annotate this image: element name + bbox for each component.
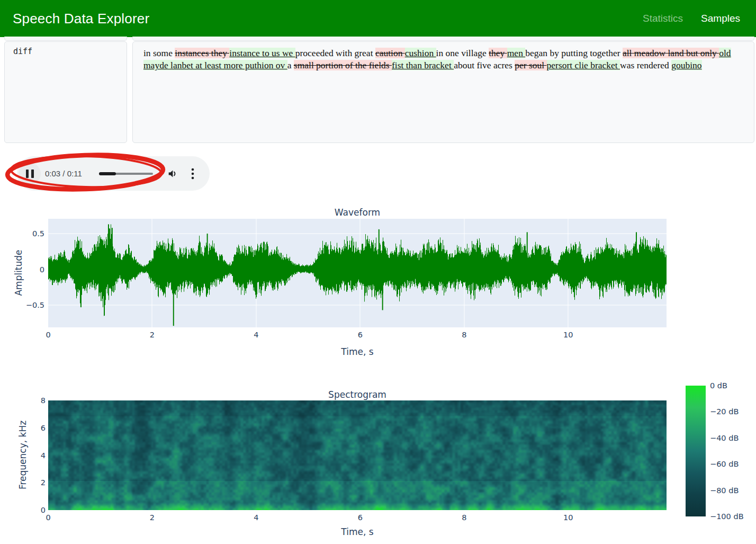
spectrogram-x-axis-label: Time, s xyxy=(341,527,373,537)
axis-tick-label: 4 xyxy=(41,451,46,460)
app-header: Speech Data Explorer StatisticsSamples xyxy=(0,0,756,37)
axis-tick-label: 0 xyxy=(41,506,46,514)
diff-segment-delete: per soul xyxy=(515,60,546,70)
kebab-menu-icon xyxy=(191,167,194,180)
axis-tick-label: −40 dB xyxy=(710,434,739,442)
diff-segment-equal: was rendered xyxy=(620,60,671,70)
app-title: Speech Data Explorer xyxy=(13,11,149,27)
axis-tick-label: 0 xyxy=(46,513,50,522)
diff-segment-insert: cushion xyxy=(405,48,436,58)
seek-slider[interactable] xyxy=(99,173,153,175)
diff-segment-equal: began by putting together xyxy=(525,48,623,58)
diff-segment-delete: small portion of the fields xyxy=(294,60,392,70)
axis-tick-label: 6 xyxy=(358,513,363,522)
partial-card-right xyxy=(132,37,754,41)
axis-tick-label: −60 dB xyxy=(710,460,739,468)
partial-card-left xyxy=(4,37,127,41)
diff-segment-insert: goubino xyxy=(671,60,701,70)
axis-tick-label: 2 xyxy=(150,331,155,339)
diff-text-card: in some instances they instance to us we… xyxy=(132,41,754,143)
waveform-plot-area xyxy=(48,219,667,327)
seek-progress xyxy=(99,172,116,175)
audio-player[interactable]: 0:03 / 0:11 xyxy=(17,156,210,191)
diff-segment-equal: a xyxy=(287,60,294,70)
diff-text: in some instances they instance to us we… xyxy=(133,42,754,77)
axis-tick-label: 6 xyxy=(358,331,363,339)
pause-icon xyxy=(26,170,29,178)
waveform-y-axis-label: Amplitude xyxy=(13,249,24,296)
player-time: 0:03 / 0:11 xyxy=(45,169,92,178)
spectrogram-title: Spectrogram xyxy=(328,389,386,400)
diff-segment-insert: instance to us we xyxy=(229,48,295,58)
axis-tick-label: 10 xyxy=(563,513,573,522)
diff-segment-delete: instances they xyxy=(175,48,229,58)
diff-segment-equal: in one village xyxy=(436,48,489,58)
diff-label-card: diff xyxy=(4,41,127,143)
diff-segment-equal: about five acres xyxy=(454,60,515,70)
axis-tick-label: 2 xyxy=(41,478,46,487)
axis-tick-label: 4 xyxy=(254,331,258,339)
diff-segment-equal: in some xyxy=(143,48,175,58)
page: Speech Data Explorer StatisticsSamples d… xyxy=(0,0,756,544)
axis-tick-label: 2 xyxy=(150,513,155,522)
axis-tick-label: 8 xyxy=(41,396,46,405)
axis-tick-label: 0 xyxy=(40,265,44,274)
axis-tick-label: −20 dB xyxy=(710,407,739,416)
diff-label: diff xyxy=(5,42,127,56)
axis-tick-label: 6 xyxy=(41,424,46,432)
diff-segment-insert: men xyxy=(507,48,526,58)
axis-tick-label: 0 dB xyxy=(710,381,727,390)
volume-button[interactable] xyxy=(167,168,178,180)
axis-tick-label: 0.5 xyxy=(32,229,44,238)
waveform-title: Waveform xyxy=(335,207,380,218)
diff-segment-delete: caution xyxy=(375,48,405,58)
diff-segment-insert: persort clie bracket xyxy=(547,60,620,70)
axis-tick-label: −80 dB xyxy=(710,486,739,495)
nav-samples[interactable]: Samples xyxy=(701,13,740,24)
diff-segment-equal: proceeded with great xyxy=(295,48,375,58)
diff-segment-delete: they xyxy=(489,48,507,58)
axis-tick-label: −100 dB xyxy=(710,512,744,521)
axis-tick-label: 10 xyxy=(563,331,573,339)
diff-segment-delete: all meadow land but only xyxy=(623,48,719,58)
spectrogram-plot-area xyxy=(48,400,667,510)
colorbar xyxy=(686,386,706,516)
diff-segment-insert: fist than bracket xyxy=(392,60,454,70)
pause-button[interactable] xyxy=(19,163,41,185)
axis-tick-label: 8 xyxy=(462,331,466,339)
nav-statistics[interactable]: Statistics xyxy=(643,13,683,24)
axis-tick-label: 4 xyxy=(254,513,258,522)
header-nav: StatisticsSamples xyxy=(643,13,740,24)
axis-tick-label: −0.5 xyxy=(26,301,44,309)
player-menu-button[interactable] xyxy=(191,167,194,180)
volume-icon xyxy=(167,168,178,180)
axis-tick-label: 0 xyxy=(46,331,50,339)
axis-tick-label: 8 xyxy=(462,513,466,522)
waveform-x-axis-label: Time, s xyxy=(341,346,373,357)
spectrogram-y-axis-label: Frequency, kHz xyxy=(17,421,28,489)
